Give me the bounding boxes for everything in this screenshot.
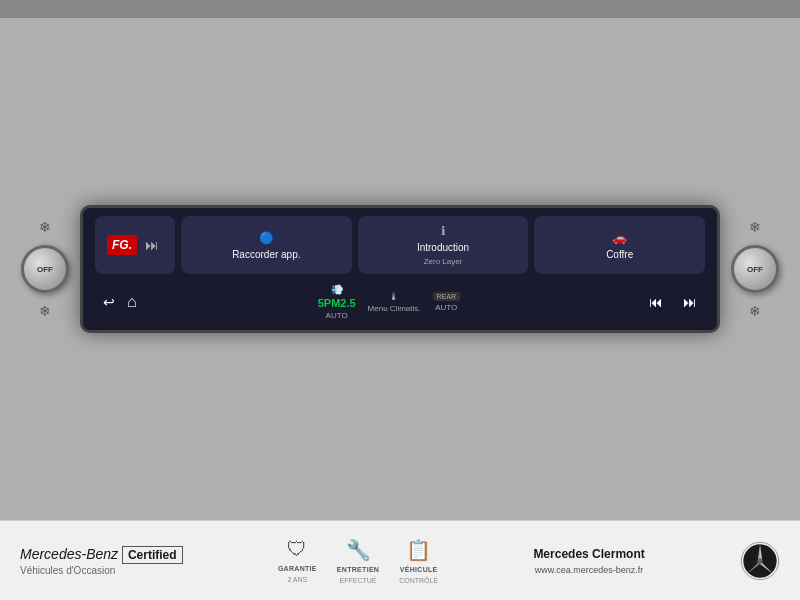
mercedes-certified: Mercedes-Benz Certified Véhicules d'Occa… — [20, 545, 183, 576]
climate-control[interactable]: 🌡 Menu Climatis. — [368, 291, 421, 313]
introduction-sub: Zero Layer — [424, 257, 463, 266]
right-knob-label: OFF — [747, 265, 763, 274]
guarantee-inspection: 📋 VÉHICULE CONTRÔLÉ — [399, 538, 438, 584]
left-controls: ❄ OFF ❄ — [10, 209, 80, 329]
trunk-icon: 🚗 — [612, 231, 627, 245]
inspection-sub: CONTRÔLÉ — [399, 577, 438, 584]
guarantee-maintenance: 🔧 ENTRETIEN EFFECTUÉ — [337, 538, 379, 584]
fg-radio-logo: FG. — [107, 235, 137, 255]
rear-auto-label: AUTO — [435, 303, 457, 312]
right-knob[interactable]: OFF — [731, 245, 779, 293]
info-icon: ℹ — [441, 224, 446, 238]
climate-menu-label: Menu Climatis. — [368, 304, 421, 313]
main-container: ❄ OFF ❄ — [0, 0, 800, 600]
right-controls: ❄ OFF ❄ — [720, 209, 790, 329]
mercedes-star-logo — [740, 541, 780, 581]
right-snowflake-icon: ❄ — [749, 219, 761, 235]
maintenance-label: ENTRETIEN — [337, 566, 379, 573]
thermometer-icon: 🌡 — [389, 291, 399, 302]
dash-top-strip — [0, 0, 800, 18]
infotainment-wrapper: ❄ OFF ❄ — [0, 18, 800, 520]
bluetooth-icon: 🔵 — [259, 231, 274, 245]
warranty-label: GARANTIE — [278, 565, 317, 572]
left-knob[interactable]: OFF — [21, 245, 69, 293]
inspection-label: VÉHICULE — [400, 566, 438, 573]
occasion-label: Véhicules d'Occasion — [20, 565, 183, 576]
raccorder-label: Raccorder app. — [232, 249, 300, 260]
air-quality-display: 💨 5PM2.5 AUTO — [318, 284, 356, 320]
dealer-info: Mercedes Clermont www.cea.mercedes-benz.… — [533, 547, 644, 575]
prev-track-button[interactable]: ⏮ — [641, 290, 671, 314]
control-bar: ↩ ⌂ 💨 5PM2.5 AUTO 🌡 — [95, 280, 705, 322]
maintenance-icon: 🔧 — [346, 538, 371, 562]
svg-point-53 — [757, 558, 762, 563]
next-track-button[interactable]: ⏭ — [675, 290, 705, 314]
nav-bar: FG. ⏭ 🔵 Raccorder app. ℹ Introduction Ze… — [83, 208, 717, 330]
coffre-button[interactable]: 🚗 Coffre — [534, 216, 705, 274]
air-quality-sub: AUTO — [326, 311, 348, 320]
guarantee-warranty: 🛡 GARANTIE 2 ANS — [278, 538, 317, 583]
warranty-sub: 2 ANS — [287, 576, 307, 583]
left-snowflake-icon-2: ❄ — [39, 303, 51, 319]
introduction-button[interactable]: ℹ Introduction Zero Layer — [358, 216, 529, 274]
mercedes-text: Mercedes-Benz — [20, 546, 122, 562]
quick-access-row: FG. ⏭ 🔵 Raccorder app. ℹ Introduction Ze… — [95, 216, 705, 274]
air-quality-icon: 💨 — [331, 284, 343, 295]
left-snowflake-icon: ❄ — [39, 219, 51, 235]
raccorder-button[interactable]: 🔵 Raccorder app. — [181, 216, 352, 274]
media-next-icon[interactable]: ⏭ — [145, 237, 159, 253]
introduction-title: Introduction — [417, 242, 469, 253]
left-knob-label: OFF — [37, 265, 53, 274]
brand-bar: Mercedes-Benz Certified Véhicules d'Occa… — [0, 520, 800, 600]
media-card[interactable]: FG. ⏭ — [95, 216, 175, 274]
dealer-name: Mercedes Clermont — [533, 547, 644, 561]
inspection-icon: 📋 — [406, 538, 431, 562]
infotainment-screen[interactable]: D2029 D212 Rue Victor Hugo Rue des Eglan… — [80, 205, 720, 333]
back-button[interactable]: ↩ — [95, 290, 123, 314]
guarantees-section: 🛡 GARANTIE 2 ANS 🔧 ENTRETIEN EFFECTUÉ 📋 … — [278, 538, 438, 584]
rear-badge: REAR — [433, 292, 460, 301]
mercedes-benz-logo-text: Mercedes-Benz Certified — [20, 545, 183, 563]
home-button[interactable]: ⌂ — [127, 293, 137, 311]
coffre-label: Coffre — [606, 249, 633, 260]
left-nav-controls: ↩ ⌂ — [95, 290, 137, 314]
warranty-icon: 🛡 — [287, 538, 307, 561]
right-snowflake-icon-2: ❄ — [749, 303, 761, 319]
dealer-url: www.cea.mercedes-benz.fr — [535, 565, 644, 575]
center-controls: 💨 5PM2.5 AUTO 🌡 Menu Climatis. REAR — [318, 284, 460, 320]
right-nav-controls: ⏮ ⏭ — [641, 290, 705, 314]
air-quality-value: 5PM2.5 — [318, 297, 356, 309]
maintenance-sub: EFFECTUÉ — [340, 577, 377, 584]
rear-auto-control: REAR AUTO — [433, 292, 460, 312]
certified-badge: Certified — [122, 546, 183, 564]
